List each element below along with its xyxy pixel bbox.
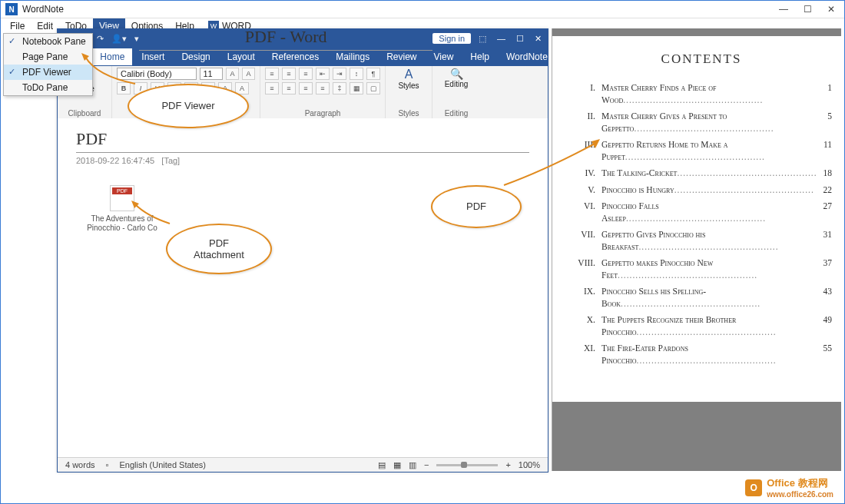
svg-marker-2 — [592, 139, 600, 148]
align-right-icon[interactable]: ≡ — [299, 82, 313, 94]
toc-row[interactable]: III.Geppetto Returns Home to Make a Pupp… — [571, 139, 832, 163]
word-minimize[interactable]: — — [497, 34, 505, 44]
sort-icon[interactable]: ↕ — [350, 68, 363, 80]
toc-page: 5 — [823, 111, 832, 134]
styles-button[interactable]: Styles — [390, 81, 427, 90]
view-web-icon[interactable]: ▥ — [409, 460, 416, 470]
numbering-icon[interactable]: ≡ — [282, 68, 296, 80]
toc-row[interactable]: V.Pinocchio is Hungry22 — [571, 184, 832, 197]
shading-icon[interactable]: ▦ — [350, 82, 363, 94]
callout-pdf: PDF — [431, 185, 522, 228]
tab-wordnote[interactable]: WordNote — [499, 48, 555, 65]
toc-title: Geppetto Gives Pinocchio his Breakfast — [601, 229, 819, 253]
tab-design[interactable]: Design — [174, 48, 217, 65]
toc-row[interactable]: VIII.Geppetto makes Pinocchio New Feet37 — [571, 257, 832, 281]
pdf-page[interactable]: CONTENTS I.Master Cherry Finds a Piece o… — [552, 36, 841, 402]
tab-review[interactable]: Review — [379, 48, 424, 65]
toc-title: The Talking-Cricket — [601, 167, 819, 180]
multilevel-icon[interactable]: ≡ — [299, 68, 313, 80]
check-icon: ✓ — [8, 36, 15, 46]
contents-heading: CONTENTS — [571, 51, 832, 67]
signin-button[interactable]: Sign in — [432, 33, 471, 44]
callout-label: PDF Attachment — [166, 224, 272, 274]
status-proof-icon[interactable]: ▫ — [106, 460, 109, 469]
indent-icon[interactable]: ⇥ — [333, 68, 346, 80]
qat-more-icon[interactable]: ▾ — [134, 34, 139, 44]
tab-mailings[interactable]: Mailings — [328, 48, 377, 65]
toc-page: 27 — [819, 201, 833, 224]
outdent-icon[interactable]: ⇤ — [316, 68, 330, 80]
status-words[interactable]: 4 words — [65, 460, 95, 469]
tab-help[interactable]: Help — [462, 48, 497, 65]
menu-edit[interactable]: Edit — [31, 18, 59, 34]
zoom-level[interactable]: 100% — [519, 460, 540, 469]
doc-meta: 2018-09-22 16:47:45 [Tag] — [76, 156, 529, 165]
dd-page-pane[interactable]: Page Pane — [4, 49, 92, 65]
check-icon: ✓ — [8, 67, 15, 77]
doc-timestamp: 2018-09-22 16:47:45 — [76, 156, 154, 165]
view-print-icon[interactable]: ▦ — [393, 460, 401, 470]
callout-pdf-attachment: PDF Attachment — [166, 224, 272, 274]
bullets-icon[interactable]: ≡ — [265, 68, 279, 80]
toc-page: 31 — [819, 229, 833, 253]
toc-row[interactable]: XI.The Fire-Eater Pardons Pinocchio55 — [571, 343, 832, 366]
pdf-viewer-pane: CONTENTS I.Master Cherry Finds a Piece o… — [552, 28, 841, 471]
toc-row[interactable]: VII.Geppetto Gives Pinocchio his Breakfa… — [571, 229, 832, 253]
grow-font-icon[interactable]: A — [226, 68, 239, 80]
zoom-slider[interactable] — [436, 464, 498, 466]
toc-row[interactable]: IX.Pinocchio Sells his Spelling-Book43 — [571, 286, 832, 310]
toc-row[interactable]: VI.Pinocchio Falls Asleep27 — [571, 201, 832, 224]
font-size-select[interactable]: 11 — [200, 68, 224, 80]
toc-title: Geppetto makes Pinocchio New Feet — [601, 257, 819, 281]
doc-tag[interactable]: [Tag] — [161, 156, 180, 165]
window-close[interactable]: ✕ — [827, 4, 835, 15]
toc-row[interactable]: I.Master Cherry Finds a Piece of Wood1 — [571, 82, 832, 106]
group-label: Clipboard — [62, 108, 107, 118]
borders-icon[interactable]: ▢ — [366, 82, 380, 94]
toc-num: VII. — [571, 229, 601, 253]
word-maximize[interactable]: ☐ — [516, 34, 524, 44]
toc-title: The Fire-Eater Pardons Pinocchio — [601, 343, 819, 366]
window-maximize[interactable]: ☐ — [804, 4, 812, 15]
toc-title: The Puppets Recognize their Brother Pino… — [601, 314, 819, 338]
tab-layout[interactable]: Layout — [220, 48, 263, 65]
toc-row[interactable]: II.Master Cherry Gives a Present to Gepp… — [571, 111, 832, 134]
qat-redo-icon[interactable]: ↷ — [97, 34, 104, 44]
callout-pdf-viewer: PDF Viewer — [128, 84, 249, 128]
zoom-in[interactable]: + — [505, 460, 510, 469]
toc-title: Pinocchio Sells his Spelling-Book — [601, 286, 819, 310]
qat-user-icon[interactable]: 👤▾ — [111, 34, 127, 44]
toc-row[interactable]: IV.The Talking-Cricket18 — [571, 167, 832, 180]
styles-icon[interactable]: A — [390, 68, 427, 81]
word-close[interactable]: ✕ — [535, 34, 542, 44]
toc-page: 37 — [819, 257, 833, 281]
toc-row[interactable]: X.The Puppets Recognize their Brother Pi… — [571, 314, 832, 338]
menu-file[interactable]: File — [4, 18, 31, 34]
align-left-icon[interactable]: ≡ — [265, 82, 279, 94]
app-title: WordNote — [22, 4, 64, 15]
justify-icon[interactable]: ≡ — [316, 82, 330, 94]
watermark-icon: O — [745, 479, 762, 496]
document-area[interactable]: PDF 2018-09-22 16:47:45 [Tag] The Advent… — [58, 118, 548, 458]
tab-view[interactable]: View — [426, 48, 462, 65]
showmarks-icon[interactable]: ¶ — [366, 68, 380, 80]
toc-page: 1 — [823, 82, 832, 106]
toc-page: 18 — [819, 167, 833, 180]
editing-button[interactable]: Editing — [437, 80, 476, 88]
linespacing-icon[interactable]: ‡ — [333, 82, 346, 94]
group-label: Styles — [390, 108, 427, 118]
view-read-icon[interactable]: ▤ — [378, 460, 386, 470]
toc-title: Master Cherry Finds a Piece of Wood — [601, 82, 823, 106]
shrink-font-icon[interactable]: A — [242, 68, 255, 80]
zoom-out[interactable]: − — [424, 460, 429, 469]
word-ribbon-options-icon[interactable]: ⬚ — [479, 34, 486, 44]
dd-todo-pane[interactable]: ToDo Pane — [4, 80, 92, 95]
window-minimize[interactable]: — — [779, 4, 788, 15]
watermark-line1: Office 教程网 — [767, 477, 827, 489]
tab-references[interactable]: References — [264, 48, 326, 65]
status-language[interactable]: English (United States) — [119, 460, 206, 469]
find-icon[interactable]: 🔍 — [437, 68, 476, 80]
dd-pdf-viewer[interactable]: ✓ PDF Viewer — [4, 65, 92, 80]
align-center-icon[interactable]: ≡ — [282, 82, 296, 94]
dd-notebook-pane[interactable]: ✓ Notebook Pane — [4, 34, 92, 49]
